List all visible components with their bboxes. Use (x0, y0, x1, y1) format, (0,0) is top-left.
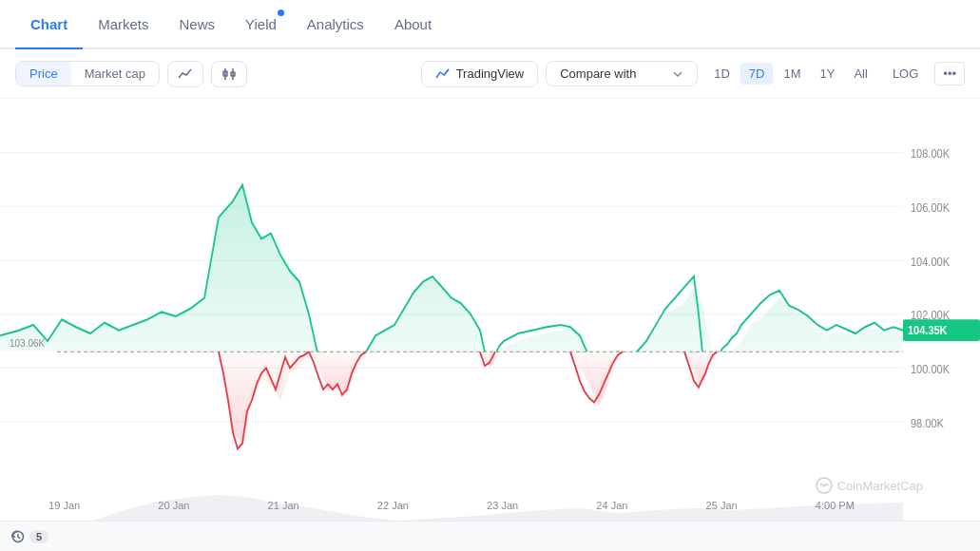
nav-item-analytics[interactable]: Analytics (292, 0, 379, 49)
nav-item-news[interactable]: News (164, 0, 231, 49)
nav-item-markets[interactable]: Markets (83, 0, 163, 49)
svg-text:108.00K: 108.00K (911, 147, 950, 161)
x-label-24jan: 24 Jan (596, 500, 627, 511)
nav-label-about: About (394, 16, 432, 32)
svg-point-25 (817, 478, 832, 493)
time-btn-1d[interactable]: 1D (705, 63, 739, 85)
x-label-22jan: 22 Jan (377, 500, 409, 511)
more-options-button[interactable]: ••• (934, 62, 965, 86)
svg-text:104.35K: 104.35K (908, 324, 948, 337)
nav-bar: Chart Markets News Yield Analytics About (0, 0, 980, 49)
nav-item-chart[interactable]: Chart (15, 0, 83, 49)
yield-badge (278, 10, 284, 16)
time-btn-all[interactable]: All (845, 63, 875, 85)
compare-with-button[interactable]: Compare with (546, 61, 698, 86)
time-btn-1y[interactable]: 1Y (812, 63, 844, 85)
svg-text:104.00K: 104.00K (911, 255, 950, 268)
watermark-text: CoinMarketCap (837, 479, 923, 493)
x-axis-labels: 19 Jan 20 Jan 21 Jan 22 Jan 23 Jan 24 Ja… (0, 500, 903, 511)
chart-area: 108.00K 106.00K 104.00K 102.00K 100.00K … (0, 99, 980, 551)
x-label-4pm: 4:00 PM (816, 500, 855, 511)
market-cap-button[interactable]: Market cap (71, 62, 159, 86)
log-button[interactable]: LOG (884, 63, 927, 85)
svg-text:103.06K: 103.06K (10, 336, 45, 349)
x-label-20jan: 20 Jan (158, 500, 189, 511)
trading-view-button[interactable]: TradingView (421, 61, 539, 87)
x-label-25jan: 25 Jan (706, 500, 738, 511)
nav-label-yield: Yield (245, 16, 277, 32)
coinmarketcap-logo-icon (816, 477, 833, 494)
svg-text:98.00K: 98.00K (911, 416, 944, 429)
time-range-buttons: 1D 7D 1M 1Y All (705, 63, 876, 85)
toolbar: Price Market cap TradingView Compare wit… (0, 49, 980, 99)
history-button[interactable]: 5 (11, 530, 48, 543)
compare-with-label: Compare with (560, 66, 636, 81)
history-count: 5 (29, 530, 48, 543)
history-icon (11, 530, 25, 543)
footer-bar: 5 (0, 521, 980, 551)
nav-label-markets: Markets (98, 16, 148, 32)
watermark: CoinMarketCap (816, 477, 923, 494)
nav-label-analytics: Analytics (307, 16, 364, 32)
nav-item-about[interactable]: About (379, 0, 447, 49)
price-button[interactable]: Price (16, 62, 71, 86)
time-btn-7d[interactable]: 7D (740, 63, 774, 85)
price-marketcap-toggle: Price Market cap (15, 61, 160, 86)
x-label-23jan: 23 Jan (487, 500, 518, 511)
nav-item-yield[interactable]: Yield (230, 0, 292, 49)
trading-view-label: TradingView (456, 66, 525, 81)
nav-label-chart: Chart (30, 16, 67, 32)
nav-label-news: News (180, 16, 216, 32)
svg-text:106.00K: 106.00K (911, 200, 950, 214)
x-label-21jan: 21 Jan (268, 500, 299, 511)
x-label-19jan: 19 Jan (48, 500, 80, 511)
svg-text:100.00K: 100.00K (911, 362, 950, 375)
time-btn-1m[interactable]: 1M (775, 63, 809, 85)
candle-chart-button[interactable] (211, 61, 247, 87)
line-chart-button[interactable] (167, 61, 203, 87)
